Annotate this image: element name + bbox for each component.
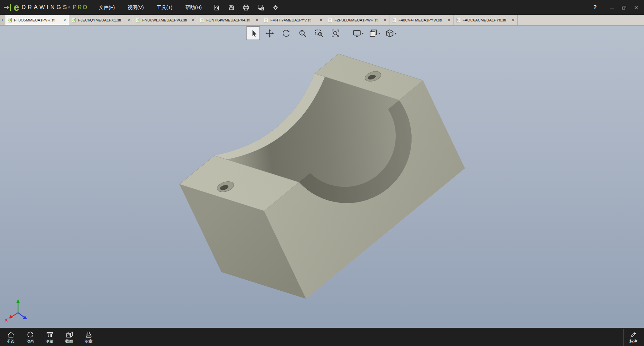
minimize-button[interactable] (606, 2, 617, 13)
stl-document-icon (200, 18, 204, 22)
display-mode-button[interactable]: ▾ (352, 26, 365, 40)
bottom-toolbar: 重设 动画 测量 (0, 328, 644, 346)
logo-e: e (14, 3, 19, 12)
menu-tools[interactable]: 工具(T) (155, 3, 174, 12)
model-viewport[interactable]: X (0, 25, 644, 328)
pan-icon (265, 29, 274, 38)
tab-document-4[interactable]: FUN7K4WMEUA1PX4.stl × (197, 15, 261, 25)
rotate-tool-button[interactable] (279, 26, 293, 40)
menu-help[interactable]: 帮助(H) (184, 3, 203, 12)
menu-bar: 文件(F) 视图(V) 工具(T) 帮助(H) (98, 3, 203, 12)
stamp-icon (85, 331, 93, 339)
menu-file[interactable]: 文件(F) (98, 3, 116, 12)
animate-label: 动画 (26, 339, 34, 343)
pan-tool-button[interactable] (263, 26, 276, 40)
tab-document-3[interactable]: FNU8WLXMEUA1PVG.stl × (133, 15, 197, 25)
restore-button[interactable] (619, 2, 629, 13)
view-orientation-button[interactable]: ▾ (384, 26, 398, 40)
animation-icon (26, 331, 34, 339)
print-button[interactable] (240, 2, 252, 13)
section-label: 截面 (65, 339, 73, 343)
tab-document-7[interactable]: F48CV4TMEUA1PYW.stl × (389, 15, 453, 25)
select-arrow-icon (249, 29, 258, 38)
markup-label: 标注 (630, 339, 638, 343)
open-file-icon (213, 4, 220, 11)
options-button[interactable] (269, 2, 281, 13)
tab-close-button[interactable]: × (512, 18, 515, 22)
stl-document-icon (71, 18, 76, 22)
close-button[interactable] (631, 2, 641, 13)
help-button[interactable]: ? (590, 2, 600, 13)
minimize-icon (609, 5, 614, 10)
animate-button[interactable]: 动画 (21, 329, 39, 346)
reset-label: 重设 (7, 339, 15, 343)
quick-toolbar (210, 2, 281, 13)
cube-icon (385, 29, 394, 38)
tab-close-button[interactable]: × (63, 18, 66, 22)
section-button[interactable]: 截面 (60, 329, 78, 346)
title-bar: e DRAWINGS ® PRO 文件(F) 视图(V) 工具(T) 帮助(H) (0, 0, 644, 15)
tab-document-1[interactable]: FII3O5MMEUA1PVH.stl × (5, 15, 69, 25)
tab-document-8[interactable]: FAOC6ACMEUA1PY8.stl × (453, 15, 518, 25)
new-tab-button[interactable]: + (0, 15, 5, 25)
save-button[interactable] (225, 2, 237, 13)
viewport-3d-canvas[interactable]: X (0, 25, 644, 328)
tab-close-button[interactable]: × (447, 18, 451, 22)
home-icon (7, 331, 15, 339)
appearance-button[interactable]: ▾ (368, 26, 381, 40)
menu-view[interactable]: 视图(V) (126, 3, 145, 12)
sheets-icon (369, 29, 378, 38)
tab-close-button[interactable]: × (191, 18, 195, 22)
stamp-label: 图章 (85, 339, 93, 343)
view-toolbar: ▾ ▾ ▾ (247, 26, 398, 40)
zoom-area-icon (314, 29, 323, 38)
tab-label: F2PBLD6MEUA1PWH.stl (334, 18, 381, 22)
logo-arrow-icon (3, 2, 13, 12)
logo-registered-mark: ® (68, 6, 70, 9)
window-controls: ? (590, 0, 641, 15)
reset-button[interactable]: 重设 (2, 329, 19, 346)
stl-document-icon (456, 18, 461, 22)
section-icon (65, 331, 73, 339)
zoom-tool-button[interactable] (296, 26, 309, 40)
tab-label: FNU8WLXMEUA1PVG.stl (142, 18, 189, 22)
stamp-button[interactable]: 图章 (80, 329, 97, 346)
tab-label: FII3O5MMEUA1PVH.stl (14, 18, 61, 22)
zoom-icon (298, 29, 307, 38)
open-button[interactable] (210, 2, 222, 13)
stl-document-icon (264, 18, 268, 22)
publish-button[interactable] (255, 2, 267, 13)
tab-close-button[interactable]: × (127, 18, 130, 22)
tab-close-button[interactable]: × (383, 18, 387, 22)
measure-button[interactable]: 测量 (41, 329, 58, 346)
tab-label: F48CV4TMEUA1PYW.stl (398, 18, 445, 22)
zoom-area-tool-button[interactable] (312, 26, 326, 40)
triad-x-label: X (4, 318, 8, 323)
tab-label: FAOC6ACMEUA1PY8.stl (463, 18, 509, 22)
monitor-icon (353, 29, 362, 38)
3d-model[interactable] (179, 54, 465, 299)
tab-close-button[interactable]: × (319, 18, 323, 22)
rotate-icon (281, 29, 290, 38)
tab-document-5[interactable]: FVHTI74MEUA1PYV.stl × (261, 15, 325, 25)
document-tab-bar: + FII3O5MMEUA1PVH.stl × FJEC6QYMEUA1PX1.… (0, 15, 644, 25)
zoom-fit-icon (331, 29, 340, 38)
edrawings-window: e DRAWINGS ® PRO 文件(F) 视图(V) 工具(T) 帮助(H) (0, 0, 644, 346)
save-floppy-icon (228, 4, 235, 11)
select-tool-button[interactable] (247, 26, 260, 40)
bottom-toolbar-left: 重设 动画 测量 (2, 329, 97, 346)
tab-close-button[interactable]: × (255, 18, 259, 22)
triad-z-axis (23, 315, 27, 319)
pencil-icon (630, 331, 637, 339)
markup-button[interactable]: 标注 (623, 329, 642, 346)
triad-y-axis (16, 299, 20, 303)
tab-document-2[interactable]: FJEC6QYMEUA1PX1.stl × (69, 15, 133, 25)
zoom-fit-tool-button[interactable] (329, 26, 342, 40)
orientation-triad: X (4, 299, 27, 323)
stl-document-icon (328, 18, 332, 22)
print-icon (243, 4, 250, 11)
stl-document-icon (392, 18, 396, 22)
tab-document-6[interactable]: F2PBLD6MEUA1PWH.stl × (325, 15, 389, 25)
chevron-down-icon: ▾ (378, 32, 380, 35)
publish-icon (257, 4, 264, 11)
